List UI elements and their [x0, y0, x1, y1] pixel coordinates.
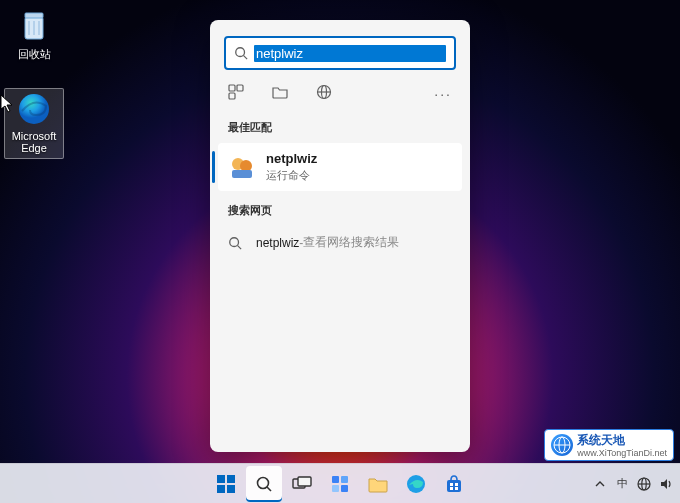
svg-rect-23: [227, 475, 235, 483]
svg-rect-25: [227, 485, 235, 493]
desktop[interactable]: 回收站 Microsoft Edge ··· 最佳匹配: [0, 0, 680, 503]
best-match-title: netplwiz: [266, 151, 317, 166]
desktop-icon-label: 回收站: [18, 47, 51, 62]
run-command-icon: [228, 153, 256, 181]
svg-line-7: [244, 56, 248, 60]
filter-apps-icon[interactable]: [228, 84, 244, 104]
svg-rect-31: [341, 476, 348, 483]
edge-icon: [16, 91, 52, 127]
svg-rect-36: [450, 483, 453, 486]
svg-rect-1: [25, 13, 43, 18]
search-input[interactable]: [254, 45, 446, 62]
search-panel: ··· 最佳匹配 netplwiz 运行命令 搜索网页 netplwiz - 查…: [210, 20, 470, 452]
watermark: 系统天地 www.XiTongTianDi.net: [544, 429, 674, 461]
best-match-result[interactable]: netplwiz 运行命令: [218, 143, 462, 191]
taskbar-explorer[interactable]: [360, 466, 396, 502]
widgets-button[interactable]: [322, 466, 358, 502]
search-icon: [228, 236, 242, 250]
best-match-subtitle: 运行命令: [266, 168, 317, 183]
filter-more-icon[interactable]: ···: [434, 86, 452, 102]
watermark-title: 系统天地: [577, 433, 625, 447]
desktop-icon-label: Microsoft Edge: [5, 130, 63, 154]
desktop-icon-recycle-bin[interactable]: 回收站: [4, 8, 64, 62]
globe-icon: [551, 434, 573, 456]
svg-rect-39: [455, 487, 458, 490]
svg-point-6: [236, 48, 245, 57]
svg-rect-38: [450, 487, 453, 490]
svg-rect-29: [298, 477, 311, 486]
tray-volume-icon[interactable]: [658, 476, 674, 492]
taskbar-store[interactable]: [436, 466, 472, 502]
filter-documents-icon[interactable]: [272, 85, 288, 103]
tray-ime-button[interactable]: 中: [614, 476, 630, 492]
best-match-header: 最佳匹配: [210, 114, 470, 143]
svg-line-27: [267, 487, 271, 491]
svg-rect-22: [217, 475, 225, 483]
svg-rect-16: [232, 170, 252, 178]
taskbar-search-button[interactable]: [246, 466, 282, 502]
search-filter-row: ···: [210, 70, 470, 114]
search-box[interactable]: [224, 36, 456, 70]
svg-rect-32: [332, 485, 339, 492]
filter-web-icon[interactable]: [316, 84, 332, 104]
svg-rect-33: [341, 485, 348, 492]
svg-rect-24: [217, 485, 225, 493]
start-button[interactable]: [208, 466, 244, 502]
recycle-bin-icon: [16, 8, 52, 44]
tray-chevron-up-icon[interactable]: [592, 476, 608, 492]
svg-rect-8: [229, 85, 235, 91]
watermark-url: www.XiTongTianDi.net: [577, 449, 667, 458]
task-view-button[interactable]: [284, 466, 320, 502]
search-icon: [234, 46, 248, 60]
cursor-icon: [0, 94, 14, 114]
web-result-query: netplwiz: [256, 236, 299, 250]
svg-rect-30: [332, 476, 339, 483]
web-result-hint: 查看网络搜索结果: [303, 234, 399, 251]
tray-network-icon[interactable]: [636, 476, 652, 492]
web-search-header: 搜索网页: [210, 197, 470, 226]
svg-rect-10: [229, 93, 235, 99]
svg-line-18: [238, 245, 242, 249]
svg-rect-37: [455, 483, 458, 486]
svg-rect-35: [447, 480, 461, 492]
taskbar: 中: [0, 463, 680, 503]
taskbar-edge[interactable]: [398, 466, 434, 502]
svg-rect-9: [237, 85, 243, 91]
web-search-result[interactable]: netplwiz - 查看网络搜索结果: [210, 226, 470, 259]
svg-point-26: [258, 477, 269, 488]
svg-point-17: [230, 237, 239, 246]
